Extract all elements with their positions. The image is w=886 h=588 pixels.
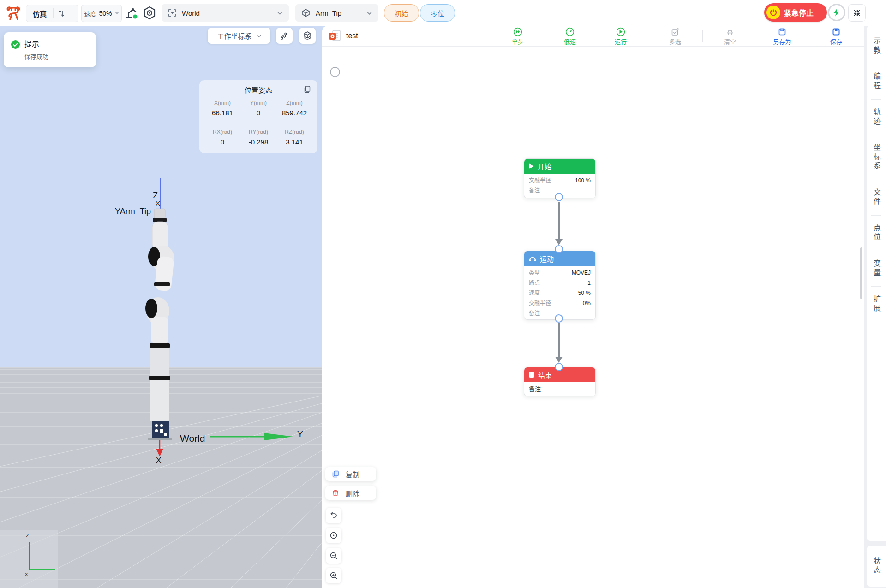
view-cube-icon [303,31,312,41]
viewport-3d[interactable]: Z X YArm_Tip World Y X z x 工作坐标系 [0,26,328,588]
success-check-icon [11,40,20,49]
node-end-title: 结束 [538,370,552,380]
multi-select-icon [670,27,680,36]
tab-coordinate[interactable]: 坐标系 [871,144,882,171]
port-move-in[interactable] [555,245,563,253]
low-speed-icon [565,27,575,36]
tab-test[interactable]: test [329,30,358,42]
save-button[interactable]: 保存 [819,27,854,46]
status-tab-card[interactable]: 状态 [867,546,886,587]
tab-variables[interactable]: 变量 [871,259,882,278]
world-frame-value: World [182,9,200,17]
tab-teach[interactable]: 示教 [871,37,882,55]
port-start-out[interactable] [555,193,563,201]
multi-select-label: 多选 [669,37,681,46]
multi-select-button[interactable]: 多选 [658,27,693,46]
simulation-mode-button[interactable]: 仿真 [26,9,53,18]
tip-x-axis-label: X [156,199,160,207]
tool-frame-dropdown[interactable]: Arm_Tip [295,4,378,22]
pose-label-z: Z(mm) [276,100,313,106]
emergency-stop-label: 紧急停止 [784,7,814,18]
program-canvas[interactable]: test 单步 低速 运行 多选 清空 [322,26,864,588]
clear-button[interactable]: 清空 [712,27,748,46]
context-menu-delete[interactable]: 删除 [325,486,376,500]
step-run-button[interactable]: 单步 [500,27,535,46]
row-value: 100 % [575,175,591,186]
row-label: 备注 [529,383,541,395]
zoom-out-button[interactable] [326,548,341,564]
speed-dropdown[interactable]: 速度 50% [81,5,122,22]
low-speed-button[interactable]: 低速 [552,27,587,46]
sidebar-divider [871,99,881,100]
locate-icon [329,531,338,540]
initial-pose-button[interactable]: 初始 [384,4,419,22]
pose-value-rz: 3.141 [276,138,313,146]
tool-box-icon [302,9,310,17]
port-move-out[interactable] [555,314,563,323]
power-icon [766,6,780,19]
node-start-title: 开始 [538,162,551,171]
pose-label-y: Y(mm) [240,100,277,106]
switch-mode-icon[interactable] [54,9,69,18]
node-start[interactable]: 开始 交融半径100 % 备注 [524,158,596,198]
world-frame-dropdown[interactable]: World [162,4,289,22]
pose-value-rx: 0 [204,138,241,146]
work-coordinate-button[interactable]: 工作坐标系 [208,28,270,44]
context-menu-copy[interactable]: 复制 [325,467,376,481]
port-end-in[interactable] [555,363,563,371]
toolbar-divider [648,30,648,42]
save-label: 保存 [830,37,842,46]
pose-label-rx: RX(rad) [204,129,241,135]
initial-pose-label: 初始 [395,8,408,18]
node-move-header: 运动 [524,251,595,266]
row-label: 速度 [529,288,540,298]
view-cube-button[interactable] [299,28,316,44]
save-as-button[interactable]: 另存为 [765,27,800,46]
play-icon [529,163,534,169]
world-frame-label: World [180,433,205,444]
tab-extension[interactable]: 扩展 [871,295,882,313]
clear-label: 清空 [724,37,736,46]
chevron-down-icon [277,12,282,15]
motion-arc-icon [529,256,536,261]
flow-connector [558,323,560,357]
locate-button[interactable] [326,528,341,543]
tab-status[interactable]: 状态 [871,557,882,576]
node-end[interactable]: 结束 备注 [524,367,596,396]
zero-pose-button[interactable]: 零位 [420,4,455,22]
waypoints-button[interactable] [276,28,293,44]
top-toolbar: 仿真 速度 50% [0,0,886,26]
toast-notification: 提示 保存成功 [4,32,96,67]
tab-trajectory[interactable]: 轨迹 [871,108,882,126]
calibration-button[interactable] [141,5,158,21]
save-icon [832,27,841,36]
copy-pose-icon[interactable] [304,86,311,93]
clear-broom-icon [725,27,735,36]
row-label: 交融半径 [529,298,551,308]
node-move-title: 运动 [540,254,554,264]
collapse-button[interactable] [848,4,866,22]
node-move[interactable]: 运动 类型MOVEJ 路点1 速度50 % 交融半径0% 备注 [524,251,596,320]
info-button[interactable] [329,66,341,78]
emergency-stop-button[interactable]: 紧急停止 [764,3,827,22]
tab-file[interactable]: 文件 [871,188,882,207]
zoom-in-button[interactable] [326,568,341,583]
robot-status-button[interactable] [123,5,139,21]
canvas-scrollbar[interactable] [860,247,862,299]
toast-message: 保存成功 [24,52,48,60]
mini-x-label: x [25,570,28,577]
simulation-mode-group: 仿真 [26,5,78,22]
context-menu-delete-label: 删除 [346,488,359,498]
undo-button[interactable] [326,508,341,523]
tip-frame-label: YArm_Tip [115,207,151,216]
tab-program[interactable]: 编程 [871,72,882,91]
tab-points[interactable]: 点位 [871,224,882,242]
trash-icon [332,489,339,497]
power-enable-button[interactable] [828,4,845,21]
step-run-label: 单步 [512,37,524,46]
run-button[interactable]: 运行 [603,27,638,46]
app-root: Z X YArm_Tip World Y X z x 工作坐标系 [0,0,886,588]
run-icon [616,27,625,36]
row-label: 类型 [529,268,540,278]
pose-label-rz: RZ(rad) [276,129,313,135]
